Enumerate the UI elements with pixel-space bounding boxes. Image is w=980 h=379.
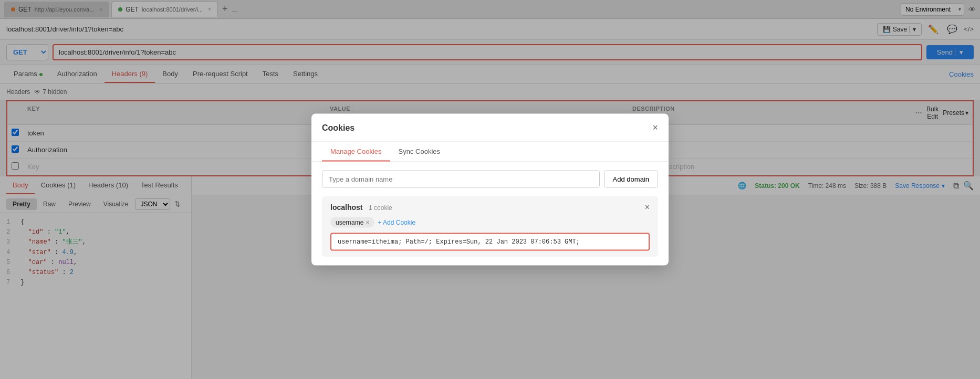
add-domain-button[interactable]: Add domain xyxy=(604,171,658,188)
cookies-modal: Cookies × Manage Cookies Sync Cookies Ad… xyxy=(311,114,669,266)
cookie-tag-label: username xyxy=(336,219,363,226)
domain-input[interactable] xyxy=(322,171,600,188)
modal-header: Cookies × xyxy=(311,114,669,142)
modal-tabs: Manage Cookies Sync Cookies xyxy=(311,142,669,162)
domain-name: localhost xyxy=(330,203,362,212)
cookie-tag-remove-button[interactable]: × xyxy=(366,219,369,226)
cookie-value-input[interactable] xyxy=(330,233,650,251)
modal-tab-sync[interactable]: Sync Cookies xyxy=(390,142,449,162)
cookie-tags: username × + Add Cookie xyxy=(330,217,650,228)
modal-tab-manage[interactable]: Manage Cookies xyxy=(322,142,390,162)
cookie-domain-title: localhost 1 cookie xyxy=(330,203,392,212)
modal-close-button[interactable]: × xyxy=(652,122,658,133)
cookie-count: 1 cookie xyxy=(369,204,392,212)
modal-body: Add domain localhost 1 cookie × username… xyxy=(311,162,669,266)
cookie-tag-username: username × xyxy=(330,217,374,228)
cookie-domain-header: localhost 1 cookie × xyxy=(330,203,650,212)
modal-title: Cookies xyxy=(322,123,355,132)
cookie-domain-section: localhost 1 cookie × username × + Add Co… xyxy=(322,196,658,257)
cookie-domain-close-button[interactable]: × xyxy=(645,203,650,212)
add-cookie-button[interactable]: + Add Cookie xyxy=(378,219,415,226)
domain-input-row: Add domain xyxy=(322,171,658,188)
